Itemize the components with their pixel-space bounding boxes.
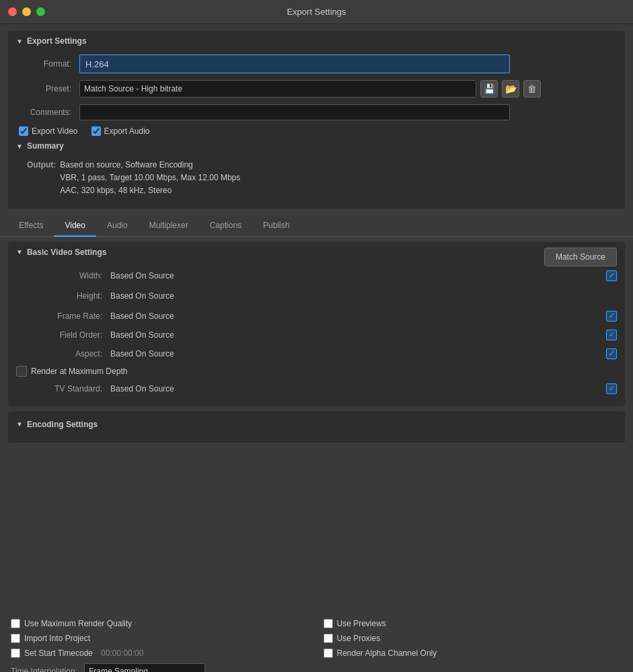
aspect-row-left: Aspect: Based On Source [16, 349, 606, 359]
aspect-label: Aspect: [16, 349, 110, 359]
save-preset-button[interactable]: 💾 [480, 80, 498, 98]
summary-lines: Based on source, Software Encoding VBR, … [60, 159, 240, 198]
tab-video[interactable]: Video [54, 215, 96, 237]
aspect-value: Based On Source [110, 349, 174, 359]
tab-captions[interactable]: Captions [199, 215, 252, 237]
export-settings-panel: ▼ Export Settings Format: H.264 Preset: … [8, 31, 625, 209]
comments-input[interactable] [79, 104, 510, 120]
export-settings-label: Export Settings [27, 36, 87, 46]
height-spacer [603, 289, 617, 303]
render-alpha-checkbox[interactable]: Render Alpha Channel Only [324, 648, 623, 658]
field-order-checkbox[interactable] [606, 330, 617, 340]
tab-publish[interactable]: Publish [252, 215, 300, 237]
use-max-quality-input[interactable] [11, 619, 20, 628]
width-row-left: Width: Based On Source [16, 271, 606, 281]
export-settings-header[interactable]: ▼ Export Settings [8, 31, 625, 51]
titlebar: Export Settings [0, 0, 633, 24]
set-start-timecode-input[interactable] [11, 648, 20, 658]
basic-video-collapse-icon: ▼ [16, 248, 23, 256]
height-row: Height: Based On Source [8, 285, 625, 307]
tab-audio[interactable]: Audio [96, 215, 139, 237]
render-max-depth-label: Render at Maximum Depth [31, 367, 127, 376]
comments-label: Comments: [19, 108, 79, 117]
field-order-row-left: Field Order: Based On Source [16, 330, 606, 340]
height-value: Based On Source [110, 291, 174, 301]
height-label: Height: [16, 291, 110, 301]
comments-control [79, 104, 614, 120]
set-start-timecode-checkbox[interactable]: Set Start Timecode 00:00:00:00 [11, 648, 310, 658]
summary-collapse-icon: ▼ [16, 143, 23, 150]
export-options-row: Export Video Export Audio [8, 124, 625, 139]
comments-row: Comments: [8, 101, 625, 124]
format-row: Format: H.264 [8, 51, 625, 77]
window-controls [8, 7, 45, 16]
summary-output: Output: Based on source, Software Encodi… [27, 159, 614, 198]
summary-label: Summary [27, 141, 64, 151]
frame-rate-label: Frame Rate: [16, 311, 110, 321]
aspect-row: Aspect: Based On Source [8, 344, 625, 363]
aspect-check-icon[interactable] [606, 348, 617, 359]
maximize-button[interactable] [36, 7, 45, 16]
tv-standard-check-icon[interactable] [606, 383, 617, 394]
basic-video-header[interactable]: ▼ Basic Video Settings [8, 242, 114, 262]
frame-rate-row: Frame Rate: Based On Source [8, 307, 625, 326]
render-max-depth-checkbox[interactable] [16, 366, 27, 377]
time-interpolation-select[interactable]: Frame Sampling Frame Blending Optical Fl… [84, 663, 205, 672]
width-checkbox[interactable] [606, 270, 617, 281]
tv-standard-checkbox[interactable] [606, 383, 617, 394]
frame-rate-check-icon[interactable] [606, 311, 617, 322]
import-preset-button[interactable]: 📂 [502, 80, 519, 98]
output-label: Output: [27, 159, 56, 198]
format-select[interactable]: H.264 [79, 54, 510, 73]
export-video-label: Export Video [32, 126, 78, 136]
height-checkbox[interactable] [603, 289, 617, 303]
match-source-button[interactable]: Match Source [544, 248, 617, 266]
width-check-icon[interactable] [606, 270, 617, 281]
use-previews-input[interactable] [324, 619, 333, 628]
minimize-button[interactable] [22, 7, 31, 16]
tv-standard-row: TV Standard: Based On Source [8, 379, 625, 398]
height-row-left: Height: Based On Source [16, 291, 603, 301]
encoding-settings-label: Encoding Settings [27, 420, 98, 429]
bottom-check-grid: Use Maximum Render Quality Use Previews … [11, 619, 622, 658]
import-into-project-label: Import Into Project [24, 634, 90, 643]
field-order-check-icon[interactable] [606, 330, 617, 340]
export-audio-checkbox[interactable]: Export Audio [91, 126, 150, 136]
use-proxies-checkbox[interactable]: Use Proxies [324, 634, 623, 643]
delete-preset-button[interactable]: 🗑 [523, 80, 541, 98]
tv-standard-row-left: TV Standard: Based On Source [16, 384, 606, 394]
frame-rate-value: Based On Source [110, 311, 174, 321]
frame-rate-checkbox[interactable] [606, 311, 617, 322]
time-interpolation-label: Time Interpolation: [11, 667, 77, 672]
use-proxies-input[interactable] [324, 634, 333, 643]
use-max-quality-checkbox[interactable]: Use Maximum Render Quality [11, 619, 310, 628]
summary-header[interactable]: ▼ Summary [8, 139, 625, 156]
import-into-project-input[interactable] [11, 634, 20, 643]
tab-multiplexer[interactable]: Multiplexer [139, 215, 199, 237]
tv-standard-value: Based On Source [110, 384, 174, 394]
format-control: H.264 [79, 54, 614, 73]
use-previews-checkbox[interactable]: Use Previews [324, 619, 623, 628]
encoding-settings-header[interactable]: ▼ Encoding Settings [8, 414, 625, 435]
use-proxies-label: Use Proxies [337, 634, 381, 643]
render-max-depth-row: Render at Maximum Depth [8, 363, 625, 379]
export-video-checkbox[interactable]: Export Video [19, 126, 78, 136]
basic-video-settings-panel: ▼ Basic Video Settings Match Source Widt… [8, 242, 625, 406]
bottom-options-section: Use Maximum Render Quality Use Previews … [0, 613, 633, 672]
field-order-value: Based On Source [110, 330, 174, 340]
aspect-checkbox[interactable] [606, 348, 617, 359]
preset-label: Preset: [19, 84, 79, 94]
preset-select[interactable]: Match Source - High bitrate [79, 80, 476, 98]
export-audio-input[interactable] [91, 126, 101, 136]
import-into-project-checkbox[interactable]: Import Into Project [11, 634, 310, 643]
main-content: ▼ Export Settings Format: H.264 Preset: … [0, 31, 633, 672]
preset-control: Match Source - High bitrate 💾 📂 🗑 [79, 80, 614, 98]
encoding-collapse-icon: ▼ [16, 420, 23, 428]
close-button[interactable] [8, 7, 17, 16]
export-video-input[interactable] [19, 126, 28, 136]
tabs-bar: Effects Video Audio Multiplexer Captions… [0, 215, 633, 237]
tab-effects[interactable]: Effects [8, 215, 54, 237]
preset-row: Preset: Match Source - High bitrate 💾 📂 … [8, 77, 625, 101]
field-order-label: Field Order: [16, 330, 110, 340]
render-alpha-input[interactable] [324, 648, 333, 658]
